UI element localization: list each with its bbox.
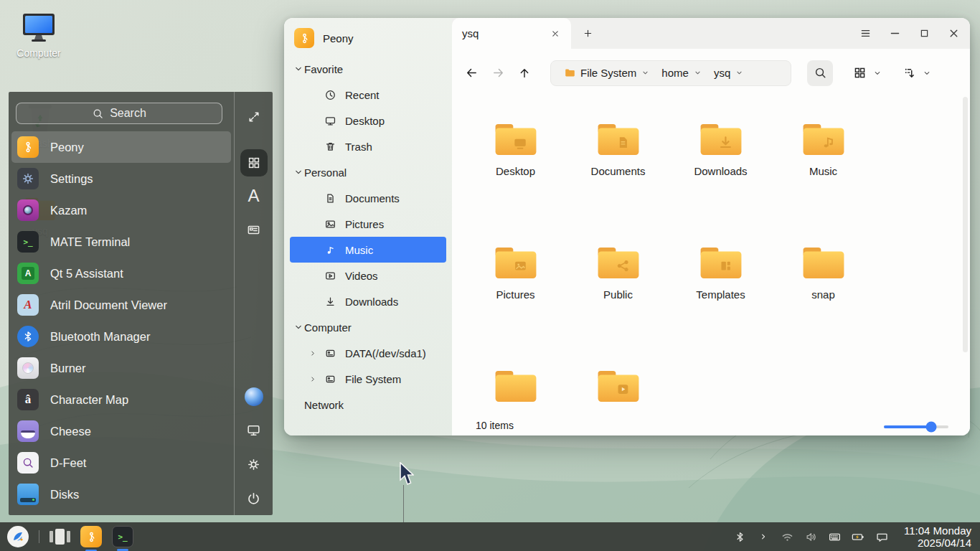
launcher-app-mate-terminal[interactable]: >_ MATE Terminal	[11, 226, 231, 258]
chevron-down-icon[interactable]	[641, 68, 650, 77]
search-icon	[92, 108, 104, 120]
breadcrumb-ysq[interactable]: ysq	[708, 67, 750, 79]
sidebar-item-videos[interactable]: Videos	[284, 263, 452, 288]
chevron-right-icon	[308, 375, 317, 384]
close-icon	[550, 28, 561, 39]
folder-snap[interactable]: snap	[772, 244, 875, 367]
all-apps-view-button[interactable]	[240, 149, 268, 176]
sidebar-item-downloads[interactable]: Downloads	[284, 288, 452, 314]
desktop-icon-computer[interactable]: Computer	[4, 11, 73, 59]
sidebar-section-personal[interactable]: Personal	[284, 159, 452, 185]
computer-button[interactable]	[240, 416, 268, 443]
forward-button[interactable]	[487, 62, 509, 84]
card-icon	[246, 222, 261, 237]
wifi-tray-icon[interactable]	[780, 529, 794, 544]
alphabetical-sort-button[interactable]: A	[240, 182, 268, 209]
launcher-app-burner[interactable]: Burner	[11, 352, 231, 384]
settings-button[interactable]	[240, 451, 268, 478]
folder-pictures[interactable]: Pictures	[464, 244, 567, 367]
maximize-button[interactable]	[918, 27, 930, 39]
category-view-button[interactable]	[240, 216, 268, 243]
file-grid-area: Desktop Documents Downloads Music	[452, 97, 963, 416]
breadcrumb-home[interactable]: home	[656, 67, 708, 79]
bluetooth-tray-icon[interactable]	[732, 529, 747, 544]
launcher-app-dfeet[interactable]: D-Feet	[11, 447, 231, 479]
folder-videos[interactable]	[567, 367, 669, 416]
sidebar-item-documents[interactable]: Documents	[284, 185, 452, 211]
task-view-button[interactable]	[50, 529, 70, 545]
folder-icon	[492, 367, 540, 405]
chevron-down-icon[interactable]	[735, 68, 744, 77]
sidebar-section-favorite[interactable]: Favorite	[284, 56, 452, 82]
sidebar-item-trash[interactable]: Trash	[284, 133, 452, 159]
new-tab-button[interactable]	[571, 18, 604, 49]
start-menu-button[interactable]	[7, 526, 29, 547]
sidebar-item-music-selected[interactable]: Music	[290, 237, 446, 263]
icon-zoom-slider[interactable]	[884, 425, 948, 428]
mouse-cursor	[398, 462, 414, 486]
close-window-button[interactable]	[948, 27, 960, 39]
sort-control[interactable]	[903, 66, 932, 80]
sidebar-item-recent[interactable]: Recent	[284, 82, 452, 108]
keyboard-tray-icon[interactable]	[827, 529, 842, 544]
window-menu-button[interactable]	[859, 27, 872, 39]
view-mode-control[interactable]	[853, 66, 882, 80]
launcher-app-qt5-assistant[interactable]: A Qt 5 Assistant	[11, 258, 231, 289]
folder-templates[interactable]: Templates	[669, 244, 772, 367]
launcher-app-peony[interactable]: Peony	[11, 131, 231, 163]
launcher-app-disks[interactable]: Disks	[11, 479, 231, 510]
music-note-icon	[324, 244, 336, 256]
folder-music[interactable]: Music	[772, 121, 875, 244]
clock-date: 2025/04/14	[904, 537, 971, 549]
close-icon	[948, 27, 960, 39]
launcher-search-input[interactable]: Search	[16, 103, 222, 124]
power-button[interactable]	[240, 484, 268, 512]
sidebar-item-desktop[interactable]: Desktop	[284, 108, 452, 133]
taskbar-app-terminal[interactable]: >_	[112, 526, 133, 547]
sidebar-section-computer[interactable]: Computer	[284, 314, 452, 340]
launcher-app-atril[interactable]: A Atril Document Viewer	[11, 289, 231, 321]
battery-tray-icon[interactable]	[851, 529, 865, 544]
tab-close-button[interactable]	[550, 28, 561, 39]
minimize-icon	[889, 27, 901, 39]
launcher-app-cheese[interactable]: Cheese	[11, 415, 231, 447]
search-button[interactable]	[807, 60, 833, 86]
folder-desktop[interactable]: Desktop	[464, 121, 567, 244]
folder-downloads[interactable]: Downloads	[669, 121, 772, 244]
launcher-app-kazam[interactable]: Kazam	[11, 194, 231, 226]
app-label: MATE Terminal	[50, 235, 130, 249]
tray-expand-chevron[interactable]	[756, 529, 771, 544]
launcher-app-settings[interactable]: Settings	[11, 163, 231, 194]
trash-icon	[324, 141, 336, 153]
vertical-scrollbar[interactable]	[963, 97, 968, 352]
notification-tray-icon[interactable]	[875, 529, 889, 544]
user-avatar-button[interactable]	[240, 383, 268, 410]
sidebar-item-data-drive[interactable]: DATA(/dev/sda1)	[284, 340, 452, 366]
launcher-app-character-map[interactable]: â Character Map	[11, 384, 231, 415]
folder-icon	[595, 244, 642, 281]
sidebar-item-file-system[interactable]: File System	[284, 366, 452, 392]
expand-launcher-button[interactable]	[240, 103, 268, 131]
chevron-down-icon[interactable]	[693, 68, 702, 77]
toolbar: File System home ysq	[452, 49, 970, 97]
arrow-up-icon	[518, 67, 531, 80]
sidebar-item-pictures[interactable]: Pictures	[284, 211, 452, 237]
taskbar-clock[interactable]: 11:04 Monday 2025/04/14	[904, 524, 971, 549]
launcher-app-bluetooth-manager[interactable]: Bluetooth Manager	[11, 321, 231, 352]
tab-ysq[interactable]: ysq	[452, 18, 571, 49]
monitor-icon	[246, 423, 261, 438]
app-label: Cheese	[50, 425, 91, 438]
sidebar-section-network[interactable]: Network	[284, 392, 452, 418]
up-button[interactable]	[514, 62, 535, 84]
minimize-button[interactable]	[889, 27, 901, 39]
volume-tray-icon[interactable]	[804, 529, 818, 544]
breadcrumb-file-system[interactable]: File System	[558, 67, 656, 79]
folder-icon	[800, 244, 847, 281]
taskbar-app-peony[interactable]	[80, 526, 102, 547]
folder-documents[interactable]: Documents	[567, 121, 669, 244]
document-icon	[324, 192, 336, 204]
folder-unnamed[interactable]	[464, 367, 567, 416]
back-button[interactable]	[461, 62, 482, 84]
folder-public[interactable]: Public	[567, 244, 669, 367]
slider-knob[interactable]	[925, 422, 936, 433]
